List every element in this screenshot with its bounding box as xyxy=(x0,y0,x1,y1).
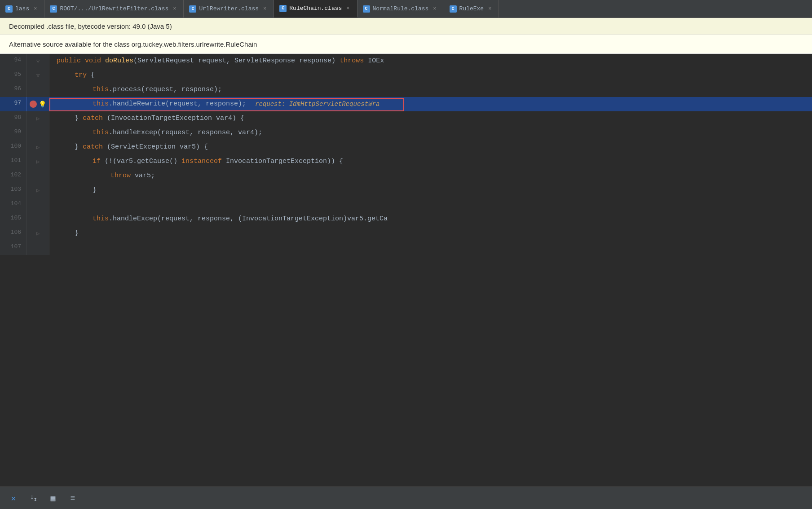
tab-icon: C xyxy=(189,5,196,13)
tab-close[interactable]: × xyxy=(344,4,351,13)
code-paren2: (ServletException var5) { xyxy=(107,143,208,152)
code-line-103: 103 ▷ } xyxy=(0,183,812,197)
code-content-95: try { xyxy=(49,68,812,83)
inline-hint-97: request: IdmHttpServletRequestWra xyxy=(255,100,380,109)
code-brace: { xyxy=(87,71,95,80)
tab-label: RuleExe xyxy=(459,5,484,12)
close-x-icon: ✕ xyxy=(11,493,16,503)
table-button[interactable]: ▦ xyxy=(47,492,59,505)
tab-bar: C lass × C ROOT/.../UrlRewriteFilter.cla… xyxy=(0,0,812,18)
tab-label: ROOT/.../UrlRewriteFilter.class xyxy=(60,5,168,12)
step-into-button[interactable]: ↓I xyxy=(27,492,40,505)
code-throw-val: var5; xyxy=(135,171,155,180)
line-number-101: 101 xyxy=(0,154,27,169)
gutter-105 xyxy=(27,212,49,226)
code-content-104 xyxy=(49,197,812,212)
gutter-107 xyxy=(27,241,49,255)
gutter-98: ▷ xyxy=(27,111,49,126)
code-line-100: 100 ▷ } catch (ServletException var5) { xyxy=(0,140,812,154)
line-number-95: 95 xyxy=(0,68,27,83)
code-line-104: 104 xyxy=(0,197,812,212)
tab-rulechain[interactable]: C RuleChain.class × xyxy=(274,0,357,18)
code-content-103: } xyxy=(49,183,812,197)
gutter-100: ▷ xyxy=(27,140,49,154)
line-number-97: 97 xyxy=(0,97,27,111)
fold-arrow-98[interactable]: ▷ xyxy=(36,115,40,122)
kw-public: public xyxy=(57,57,85,66)
code-content-105: this.handleExcep(request, response, (Inv… xyxy=(49,212,812,226)
breakpoint-icon-97[interactable] xyxy=(30,101,37,108)
fold-arrow-106[interactable]: ▷ xyxy=(36,230,40,237)
tab-close[interactable]: × xyxy=(486,5,493,13)
step-into-icon: ↓I xyxy=(30,493,36,502)
kw-instanceof: instanceof xyxy=(181,157,226,166)
code-content-94: public void doRules(ServletRequest reque… xyxy=(49,54,812,68)
line-number-100: 100 xyxy=(0,140,27,154)
fold-arrow-101[interactable]: ▷ xyxy=(36,158,40,165)
tab-close[interactable]: × xyxy=(431,5,438,13)
line-number-105: 105 xyxy=(0,212,27,226)
kw-void: void xyxy=(85,57,105,66)
code-line-96: 96 this.process(request, response); xyxy=(0,83,812,97)
code-brace: } xyxy=(75,143,83,152)
tab-close[interactable]: × xyxy=(171,5,178,13)
gutter-102 xyxy=(27,169,49,183)
line-number-96: 96 xyxy=(0,83,27,97)
code-line-94: 94 ▽ public void doRules(ServletRequest … xyxy=(0,54,812,68)
close-x-button[interactable]: ✕ xyxy=(7,492,20,505)
gutter-94: ▽ xyxy=(27,54,49,68)
line-number-98: 98 xyxy=(0,111,27,126)
code-close-brace-106: } xyxy=(75,229,79,238)
gutter-106: ▷ xyxy=(27,226,49,241)
table-icon: ▦ xyxy=(51,493,56,503)
code-content-102: throw var5; xyxy=(49,169,812,183)
kw-throws: throws xyxy=(340,57,368,66)
gutter-97: 💡 xyxy=(27,97,49,111)
method-call-105: .handleExcep(request, response, (Invocat… xyxy=(109,215,388,224)
code-dot: .process(request, response); xyxy=(109,85,222,94)
tab-close[interactable]: × xyxy=(32,5,39,13)
code-plain2: IOEx xyxy=(368,57,384,66)
fold-arrow-94[interactable]: ▽ xyxy=(36,58,40,65)
code-cond: (!(var5.getCause() xyxy=(105,157,181,166)
fold-arrow-95[interactable]: ▽ xyxy=(36,72,40,79)
fold-arrow-103[interactable]: ▷ xyxy=(36,187,40,194)
tab-urlrewriter[interactable]: C UrlRewriter.class × xyxy=(184,0,274,18)
code-line-107: 107 xyxy=(0,241,812,255)
code-plain: (ServletRequest request, ServletResponse… xyxy=(133,57,340,66)
tab-label: NormalRule.class xyxy=(373,5,429,12)
line-number-102: 102 xyxy=(0,169,27,183)
code-line-105: 105 this.handleExcep(request, response, … xyxy=(0,212,812,226)
code-close-brace: } xyxy=(93,186,97,195)
decompile-info-banner: Decompiled .class file, bytecode version… xyxy=(0,18,812,35)
method-call-99: .handleExcep(request, response, var4); xyxy=(109,128,262,137)
kw-this-97: this xyxy=(93,100,109,109)
code-line-99: 99 this.handleExcep(request, response, v… xyxy=(0,126,812,140)
alternative-source-banner: Alternative source available for the cla… xyxy=(0,35,812,54)
tab-icon: C xyxy=(363,5,370,13)
kw-throw: throw xyxy=(110,171,135,180)
code-line-101: 101 ▷ if (!(var5.getCause() instanceof I… xyxy=(0,154,812,169)
list-button[interactable]: ≡ xyxy=(66,492,79,505)
tab-normalrule[interactable]: C NormalRule.class × xyxy=(357,0,444,18)
code-content-98: } catch (InvocationTargetException var4)… xyxy=(49,111,812,126)
tab-icon: C xyxy=(450,5,457,13)
code-line-106: 106 ▷ } xyxy=(0,226,812,241)
code-content-100: } catch (ServletException var5) { xyxy=(49,140,812,154)
code-content-106: } xyxy=(49,226,812,241)
lightbulb-icon-97[interactable]: 💡 xyxy=(39,101,46,108)
gutter-103: ▷ xyxy=(27,183,49,197)
gutter-96 xyxy=(27,83,49,97)
tab-lass[interactable]: C lass × xyxy=(0,0,44,18)
line-number-104: 104 xyxy=(0,197,27,212)
tab-close[interactable]: × xyxy=(261,5,268,13)
fold-arrow-100[interactable]: ▷ xyxy=(36,144,40,151)
line-number-107: 107 xyxy=(0,241,27,255)
tab-icon: C xyxy=(279,5,287,12)
list-icon: ≡ xyxy=(71,494,75,503)
code-line-102: 102 throw var5; xyxy=(0,169,812,183)
code-editor: 94 ▽ public void doRules(ServletRequest … xyxy=(0,54,812,255)
tab-urlrewritefilter[interactable]: C ROOT/.../UrlRewriteFilter.class × xyxy=(44,0,184,18)
tab-ruleexe[interactable]: C RuleExe × xyxy=(444,0,499,18)
tab-label: RuleChain.class xyxy=(289,5,342,12)
